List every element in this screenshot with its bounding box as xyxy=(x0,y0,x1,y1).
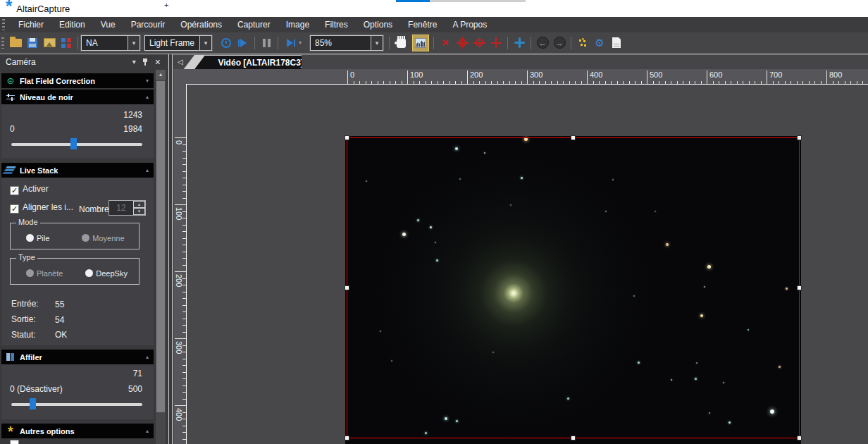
checkbox-icon[interactable]: ✓ xyxy=(10,186,19,195)
roi-handle[interactable] xyxy=(571,436,576,440)
menu-item-vue[interactable]: Vue xyxy=(93,18,123,32)
toolbar-grip[interactable] xyxy=(1,37,4,49)
affiler-slider[interactable] xyxy=(11,398,142,409)
frame-type-select[interactable]: Light Frame ▾ xyxy=(144,35,212,51)
menu-item-edition[interactable]: Edition xyxy=(51,18,93,32)
slider-track[interactable] xyxy=(11,143,142,146)
menu-item-filtres[interactable]: Filtres xyxy=(317,18,356,32)
histogram-button[interactable] xyxy=(412,35,429,51)
radio-deepsky[interactable]: DeepSky xyxy=(85,267,128,280)
snapshot-button[interactable] xyxy=(41,35,58,51)
radio-pile[interactable]: Pile xyxy=(26,232,49,245)
menu-item-parcourir[interactable]: Parcourir xyxy=(123,18,173,32)
pin-icon[interactable] xyxy=(142,58,148,66)
sidebar-scrollbar[interactable]: ▴ xyxy=(156,70,166,444)
menubar-grip[interactable] xyxy=(2,19,5,30)
menu-item-fenetre[interactable]: Fenêtre xyxy=(400,18,445,32)
slider-thumb[interactable] xyxy=(70,138,77,149)
panel-body-live-stack: ✓Activer ✓Aligner les i... Nombre: 12 ▴ … xyxy=(1,178,154,345)
hot-pixel-button[interactable] xyxy=(574,35,591,51)
radio-label: Pile xyxy=(37,234,49,242)
close-icon[interactable]: × xyxy=(155,58,161,66)
menu-item-options[interactable]: Options xyxy=(356,18,400,32)
roi-handle[interactable] xyxy=(797,285,802,290)
spin-up-icon[interactable]: ▴ xyxy=(133,201,145,208)
roi-handle[interactable] xyxy=(345,285,349,290)
chevron-down-icon[interactable]: ▾ xyxy=(132,58,136,66)
splitter-line[interactable] xyxy=(172,54,173,444)
nombre-spinner[interactable]: 12 ▴ ▾ xyxy=(108,200,146,216)
black-level-slider[interactable] xyxy=(11,138,142,149)
menu-item-operations[interactable]: Opérations xyxy=(173,18,230,32)
menu-item-fichier[interactable]: Fichier xyxy=(11,18,51,32)
scrollbar-thumb[interactable] xyxy=(156,81,165,412)
video-tab[interactable]: Vidéo [ALTAIR178C3] xyxy=(183,55,302,70)
collapse-icon[interactable]: ▾ xyxy=(146,78,149,84)
tab-nav-left-icon[interactable]: ◁ xyxy=(178,58,183,66)
spin-down-icon[interactable]: ▾ xyxy=(133,208,145,215)
menubar-items: FichierEditionVueParcourirOpérationsCapt… xyxy=(11,18,495,32)
panel-header-affiler[interactable]: Affiler ▴ xyxy=(1,350,154,364)
panel-title: Niveau de noir xyxy=(20,93,73,101)
collapse-icon[interactable]: ▴ xyxy=(146,167,149,173)
collapse-icon[interactable]: ▴ xyxy=(146,428,149,434)
roi-handle[interactable] xyxy=(797,135,802,140)
chevron-down-icon[interactable]: ▾ xyxy=(371,36,383,50)
play-button[interactable] xyxy=(235,35,252,51)
radio-icon[interactable] xyxy=(82,234,89,242)
save-button[interactable] xyxy=(24,35,41,51)
roi-handle[interactable] xyxy=(345,135,349,140)
radio-moyenne[interactable]: Moyenne xyxy=(82,232,124,245)
checkbox-icon[interactable]: ✓ xyxy=(10,204,19,214)
zoom-select[interactable]: 85% ▾ xyxy=(310,35,383,51)
new-page-button[interactable] xyxy=(608,35,625,51)
collapse-icon[interactable]: ▴ xyxy=(146,94,149,100)
menu-item-capturer[interactable]: Capturer xyxy=(230,18,278,32)
activer-checkbox[interactable]: ✓Activer xyxy=(10,183,49,196)
roi-handle[interactable] xyxy=(797,436,802,440)
back-button[interactable]: ← xyxy=(534,35,551,51)
selection-roi[interactable] xyxy=(347,137,800,438)
ruler-tick xyxy=(467,70,468,85)
move-tool-button[interactable] xyxy=(511,35,528,51)
panel-header-flat-field[interactable]: ⊜ Flat Field Correction ▾ xyxy=(1,73,154,88)
chevron-down-icon[interactable]: ▾ xyxy=(128,36,140,50)
menu-item-image[interactable]: Image xyxy=(278,18,317,32)
target-small-button[interactable] xyxy=(488,35,504,51)
target-center-button[interactable] xyxy=(471,35,488,51)
radio-icon[interactable] xyxy=(85,269,93,277)
pause-icon xyxy=(263,39,271,47)
pan-tool-button[interactable] xyxy=(392,35,409,51)
open-file-button[interactable] xyxy=(7,35,24,51)
collapse-icon[interactable]: ▴ xyxy=(146,354,149,360)
radio-icon[interactable] xyxy=(26,269,34,277)
roi-handle[interactable] xyxy=(345,436,349,440)
title-bar[interactable]: * AltairCapture + xyxy=(0,0,868,17)
radio-icon[interactable] xyxy=(26,234,34,242)
chevron-down-icon[interactable]: ▾ xyxy=(199,36,211,50)
sidebar-header[interactable]: Caméra ▾ × xyxy=(0,54,166,69)
activer-label: Activer xyxy=(23,184,49,194)
panel-header-autres-options[interactable]: * Autres options ▴ xyxy=(1,424,154,438)
splitter-line[interactable] xyxy=(168,54,169,444)
roi-handle[interactable] xyxy=(571,135,576,140)
pause-button[interactable] xyxy=(258,35,275,51)
delete-marker-button[interactable]: × xyxy=(437,35,454,51)
scroll-up-icon[interactable]: ▴ xyxy=(156,70,166,80)
forward-button[interactable]: → xyxy=(551,35,568,51)
chevron-down-icon[interactable]: ▾ xyxy=(299,39,302,46)
slider-thumb[interactable] xyxy=(30,398,36,409)
grid-button[interactable] xyxy=(58,35,75,51)
camera-select[interactable]: NA ▾ xyxy=(81,35,140,51)
skip-button[interactable] xyxy=(281,35,298,51)
panel-header-niveau-noir[interactable]: Niveau de noir ▴ xyxy=(1,90,154,104)
radio-planete[interactable]: Planète xyxy=(26,267,63,280)
partial-checkbox[interactable] xyxy=(10,440,19,444)
target-crosshair-button[interactable] xyxy=(454,35,471,51)
panel-header-live-stack[interactable]: Live Stack ▴ xyxy=(1,163,154,178)
settings-button[interactable]: ⚙ xyxy=(591,35,608,51)
exposure-timer-button[interactable] xyxy=(218,35,235,51)
ruler-tick xyxy=(175,405,186,406)
menu-item-a-propos[interactable]: A Propos xyxy=(445,18,495,32)
aligner-checkbox[interactable]: ✓Aligner les i... xyxy=(10,202,73,214)
